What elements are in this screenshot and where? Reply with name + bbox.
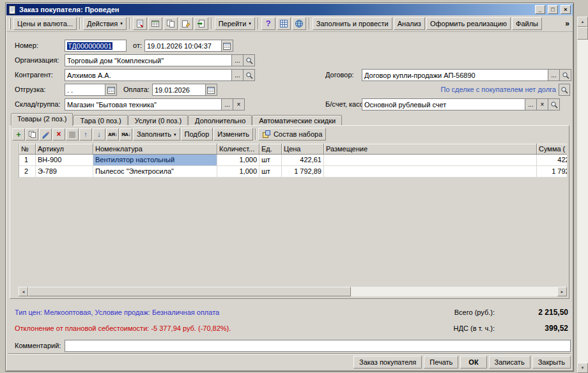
settlements-button[interactable] bbox=[277, 17, 291, 30]
import-document-button[interactable] bbox=[194, 17, 208, 30]
cell-unit[interactable]: шт bbox=[259, 155, 282, 166]
cell-price[interactable]: 422,61 bbox=[282, 155, 324, 166]
sort-asc-button[interactable]: АЯ↓ bbox=[106, 128, 119, 141]
account-input[interactable]: Основной рублевый счет bbox=[362, 98, 525, 110]
move-up-button[interactable]: ↑ bbox=[79, 128, 92, 141]
list-button[interactable] bbox=[148, 17, 162, 30]
move-down-button[interactable]: ↓ bbox=[93, 128, 105, 141]
analysis-button[interactable]: Анализ bbox=[394, 17, 425, 30]
column-header-nomenclature[interactable]: Номенклатура bbox=[93, 144, 217, 155]
table-row[interactable]: 2 Э-789 Пылесос "Электросила" 1,000 шт 1… bbox=[19, 166, 567, 178]
scroll-down-button[interactable]: ▼ bbox=[577, 363, 588, 373]
cell-nomenclature-selected[interactable]: Вентилятор настольный bbox=[93, 155, 217, 166]
cell-article[interactable]: Э-789 bbox=[36, 166, 93, 178]
contract-select-button[interactable]: ... bbox=[548, 69, 560, 81]
column-header-sum[interactable]: Сумма ( bbox=[537, 144, 567, 155]
column-header-num[interactable]: № bbox=[19, 144, 36, 155]
report-button[interactable] bbox=[133, 17, 147, 30]
contract-open-button[interactable] bbox=[560, 69, 571, 81]
organization-open-button[interactable] bbox=[244, 54, 255, 66]
account-open-button[interactable] bbox=[548, 98, 560, 110]
titlebar[interactable]: Заказ покупателя: Проведен _ □ × bbox=[6, 4, 573, 15]
column-header-quantity[interactable]: Количест... bbox=[217, 144, 259, 155]
prices-currency-button[interactable]: Цены и валюта... bbox=[13, 17, 77, 30]
create-sale-button[interactable]: Оформить реализацию bbox=[426, 17, 511, 30]
tab-discounts[interactable]: Автоматические скидки bbox=[252, 115, 342, 126]
desktop-vertical-scrollbar[interactable]: ▲ ▼ bbox=[577, 17, 588, 373]
web-button[interactable] bbox=[292, 17, 306, 30]
tab-tare[interactable]: Тара (0 поз.) bbox=[74, 115, 127, 126]
cell-article[interactable]: ВН-900 bbox=[36, 155, 93, 166]
column-header-price[interactable]: Цена bbox=[282, 144, 324, 155]
organization-input[interactable]: Торговый дом "Комплексный" bbox=[65, 54, 232, 66]
print-button[interactable]: Печать bbox=[424, 356, 458, 369]
add-row-button[interactable]: + bbox=[12, 128, 25, 141]
tab-services[interactable]: Услуги (0 поз.) bbox=[128, 115, 188, 126]
cell-sum[interactable]: 422,61 bbox=[537, 155, 567, 166]
scroll-right-button[interactable]: ► bbox=[557, 287, 567, 296]
scroll-up-button[interactable]: ▲ bbox=[577, 17, 588, 27]
shipment-date-input[interactable]: . . bbox=[65, 84, 105, 96]
cell-unit[interactable]: шт bbox=[259, 166, 282, 178]
delete-row-button[interactable]: × bbox=[52, 128, 65, 141]
cell-price[interactable]: 1 792,89 bbox=[282, 166, 324, 178]
tab-additional[interactable]: Дополнительно bbox=[189, 115, 252, 126]
maximize-button[interactable]: □ bbox=[548, 5, 558, 14]
contragent-input[interactable]: Алхимов А.А. bbox=[65, 69, 232, 81]
account-clear-button[interactable]: × bbox=[537, 98, 548, 110]
minimize-button[interactable]: _ bbox=[535, 5, 545, 14]
fill-menu-button[interactable]: Заполнить▾ bbox=[133, 128, 180, 141]
cell-sum[interactable]: 1 792,89 bbox=[537, 166, 567, 178]
date-calendar-button[interactable] bbox=[222, 40, 233, 52]
contragent-open-button[interactable] bbox=[244, 69, 255, 81]
cell-num[interactable]: 1 bbox=[19, 155, 36, 166]
tab-goods[interactable]: Товары (2 поз.) bbox=[11, 113, 73, 126]
close-window-button[interactable]: Закрыть bbox=[532, 356, 571, 369]
number-input[interactable]: ТД000000001 bbox=[65, 40, 127, 52]
fill-and-post-button[interactable]: Заполнить и провести bbox=[313, 17, 392, 30]
ok-button[interactable]: ОК bbox=[460, 356, 486, 369]
edit-document-button[interactable] bbox=[179, 17, 193, 30]
cell-nomenclature[interactable]: Пылесос "Электросила" bbox=[93, 166, 217, 178]
comment-input[interactable] bbox=[65, 340, 571, 352]
table-row[interactable]: 1 ВН-900 Вентилятор настольный 1,000 шт … bbox=[19, 155, 567, 166]
cell-placement[interactable] bbox=[324, 166, 537, 178]
scrollbar-thumb[interactable] bbox=[28, 287, 351, 296]
toolbar-grip[interactable] bbox=[9, 18, 11, 29]
payment-date-input[interactable]: 19.01.2026 bbox=[152, 84, 206, 96]
warehouse-input[interactable]: Магазин "Бытовая техника" bbox=[65, 98, 222, 110]
shipment-calendar-button[interactable] bbox=[105, 84, 117, 96]
files-button[interactable]: Файлы bbox=[512, 17, 542, 30]
copy-document-button[interactable] bbox=[164, 17, 178, 30]
copy-row-button[interactable] bbox=[26, 128, 38, 141]
account-select-button[interactable]: ... bbox=[525, 98, 537, 110]
cell-quantity[interactable]: 1,000 bbox=[217, 155, 259, 166]
scroll-left-button[interactable]: ◄ bbox=[19, 287, 28, 296]
contract-input[interactable]: Договор купли-продажи АП-56890 bbox=[362, 69, 548, 81]
cell-quantity[interactable]: 1,000 bbox=[217, 166, 259, 178]
save-button[interactable]: Записать bbox=[489, 356, 530, 369]
sort-desc-button[interactable]: ЯА↓ bbox=[120, 128, 132, 141]
column-header-article[interactable]: Артикул bbox=[36, 144, 93, 155]
kit-contents-button[interactable]: Состав набора bbox=[258, 128, 326, 141]
payment-calendar-button[interactable] bbox=[206, 84, 217, 96]
scrollbar-track[interactable] bbox=[28, 287, 557, 296]
pick-button[interactable]: Подбор bbox=[181, 128, 213, 141]
edit-row-button[interactable] bbox=[39, 128, 52, 141]
debt-status-link[interactable]: По сделке с покупателем нет долга bbox=[440, 84, 556, 96]
order-menu-button[interactable]: Заказ покупателя bbox=[353, 356, 422, 369]
scrollbar-thumb[interactable] bbox=[577, 27, 588, 40]
cell-num[interactable]: 2 bbox=[19, 166, 36, 178]
change-button[interactable]: Изменить bbox=[213, 128, 253, 141]
toolbar-overflow-button[interactable]: » bbox=[563, 19, 571, 28]
date-input[interactable]: 19.01.2026 10:04:37 bbox=[144, 40, 222, 52]
debt-open-button[interactable] bbox=[559, 84, 570, 96]
warehouse-clear-button[interactable]: × bbox=[233, 98, 245, 110]
contragent-select-button[interactable]: ... bbox=[232, 69, 244, 81]
column-header-placement[interactable]: Размещение bbox=[324, 144, 537, 155]
warehouse-select-button[interactable]: ... bbox=[222, 98, 233, 110]
close-button[interactable]: × bbox=[561, 5, 571, 14]
cell-placement[interactable] bbox=[324, 155, 537, 166]
column-header-unit[interactable]: Ед. bbox=[259, 144, 282, 155]
organization-select-button[interactable]: ... bbox=[232, 54, 244, 66]
